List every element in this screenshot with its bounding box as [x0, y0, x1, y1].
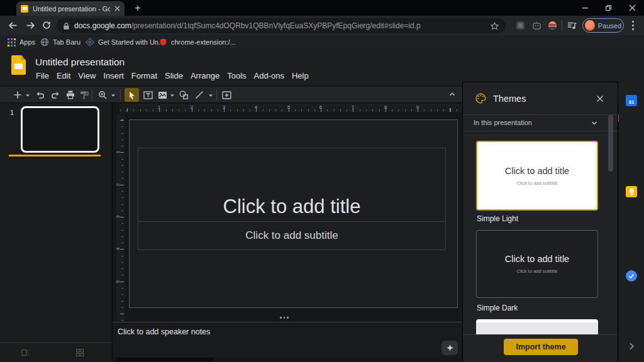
- insert-shape-icon[interactable]: [179, 90, 189, 101]
- apps-grid-icon: [8, 38, 16, 47]
- tab-close-icon[interactable]: [114, 6, 120, 11]
- ruler-tick-label: 6: [319, 104, 322, 110]
- menu-view[interactable]: View: [74, 70, 99, 81]
- extension-robot-icon[interactable]: [532, 21, 541, 30]
- menu-file[interactable]: File: [32, 70, 53, 81]
- ruler-tick-label: 8: [384, 104, 387, 110]
- zoom-icon[interactable]: [97, 90, 108, 100]
- profile-paused-button[interactable]: Paused: [582, 18, 624, 33]
- ruler-tick-label: 4: [115, 248, 121, 250]
- themes-close-icon[interactable]: [596, 95, 604, 102]
- collapse-toolbar-icon[interactable]: [448, 90, 457, 99]
- ruler-tick-label: 5: [287, 104, 290, 110]
- paint-format-icon[interactable]: [79, 90, 89, 100]
- bookmark-star-icon[interactable]: [490, 21, 499, 31]
- ruler-tick-label: 3: [223, 104, 225, 110]
- new-slide-icon[interactable]: [13, 90, 23, 100]
- insert-placeholder-icon[interactable]: [221, 90, 232, 101]
- horizontal-scrollbar[interactable]: [116, 358, 214, 361]
- menu-insert[interactable]: Insert: [99, 70, 128, 81]
- new-slide-dropdown-icon[interactable]: [25, 93, 30, 98]
- browser-tab[interactable]: Untitled presentation - Google Sl: [16, 1, 125, 16]
- theme-simple-dark[interactable]: Click to add title Click to add subtitle: [476, 230, 598, 298]
- back-icon[interactable]: [8, 20, 19, 31]
- theme-simple-light[interactable]: Click to add title Click to add subtitle: [476, 141, 598, 211]
- window-close-button[interactable]: [623, 3, 641, 13]
- slide-number: 1: [10, 109, 14, 116]
- reload-icon[interactable]: [42, 20, 53, 31]
- bookmark-get-started[interactable]: Get Started with Un...: [86, 37, 164, 47]
- ruler-tick-label: 2: [191, 104, 193, 110]
- cursor-icon: [127, 90, 136, 100]
- themes-panel: Themes In this presentation Click to add…: [462, 82, 618, 362]
- slide-canvas-area: 1 2 3 4 5 6 7 8 9 1 2 3 4 5 Click to add…: [113, 103, 462, 362]
- menu-tools[interactable]: Tools: [223, 70, 250, 81]
- insert-line-icon[interactable]: [194, 90, 204, 100]
- subtitle-placeholder[interactable]: Click to add subtitle: [138, 221, 446, 250]
- print-icon[interactable]: [65, 90, 75, 100]
- palette-icon: [475, 92, 487, 104]
- extension-icon[interactable]: [516, 21, 525, 30]
- slide-thumbnail[interactable]: [21, 106, 99, 153]
- bookmark-tab-baru[interactable]: Tab Baru: [40, 37, 80, 47]
- browser-menu-icon[interactable]: [632, 21, 635, 32]
- theme-thumb-subtitle: Click to add subtitle: [516, 268, 557, 274]
- text-box-icon[interactable]: [143, 90, 153, 101]
- themes-panel-title: Themes: [493, 94, 526, 104]
- notes-resize-handle[interactable]: [280, 317, 289, 319]
- bookmark-apps[interactable]: Apps: [8, 37, 35, 47]
- ruler-tick-label: 4: [255, 104, 257, 110]
- zoom-dropdown-icon[interactable]: [111, 93, 116, 98]
- menu-edit[interactable]: Edit: [53, 70, 74, 81]
- window-minimize-button[interactable]: [575, 3, 594, 13]
- theme-partial-thumbnail[interactable]: [476, 319, 598, 335]
- new-tab-button[interactable]: +: [131, 1, 145, 15]
- address-bar[interactable]: docs.google.com/presentation/d/1tqfSumc4…: [57, 18, 506, 33]
- paused-label: Paused: [598, 22, 621, 30]
- ruler-tick-label: 5: [115, 280, 121, 283]
- browser-titlebar: Untitled presentation - Google Sl +: [0, 0, 644, 16]
- menu-help[interactable]: Help: [288, 70, 313, 81]
- line-dropdown-icon[interactable]: [208, 93, 213, 98]
- slides-favicon-icon: [21, 5, 28, 13]
- extension-avatar-icon[interactable]: [548, 21, 557, 30]
- explore-button[interactable]: [441, 341, 458, 355]
- select-tool-button[interactable]: [125, 88, 139, 102]
- menu-arrange[interactable]: Arrange: [187, 70, 223, 81]
- theme-thumb-title: Click to add title: [505, 166, 569, 176]
- insert-image-icon[interactable]: [157, 90, 168, 101]
- toolbar-divider: [562, 20, 562, 31]
- menu-addons[interactable]: Add-ons: [250, 70, 288, 81]
- slide-editor[interactable]: Click to add title Click to add subtitle: [129, 119, 458, 308]
- redo-icon[interactable]: [50, 90, 60, 100]
- tasks-icon[interactable]: [626, 270, 637, 282]
- speaker-notes[interactable]: Click to add speaker notes: [113, 322, 462, 357]
- menu-slide[interactable]: Slide: [161, 70, 187, 81]
- import-theme-button[interactable]: Import theme: [504, 339, 578, 355]
- media-controls-icon[interactable]: [567, 20, 577, 31]
- thumbnail-selection-line: [9, 155, 101, 156]
- document-title[interactable]: Untitled presentation: [35, 57, 125, 68]
- keep-icon[interactable]: [626, 186, 637, 197]
- undo-icon[interactable]: [35, 90, 45, 100]
- themes-filter-row[interactable]: In this presentation: [463, 115, 618, 131]
- title-placeholder[interactable]: Click to add title: [138, 148, 446, 222]
- filmstrip-view-icon[interactable]: [21, 348, 30, 357]
- image-dropdown-icon[interactable]: [170, 93, 175, 98]
- shield-icon: [159, 38, 167, 47]
- window-restore-button[interactable]: [599, 3, 618, 13]
- menu-format[interactable]: Format: [128, 70, 161, 81]
- url-host: docs.google.com: [74, 21, 131, 30]
- themes-scrollbar[interactable]: [608, 115, 613, 172]
- ruler-tick-label: 9: [416, 104, 419, 110]
- grid-view-icon[interactable]: [75, 348, 84, 357]
- theme-name-simple-dark: Simple Dark: [477, 304, 518, 312]
- calendar-icon[interactable]: 31: [626, 95, 637, 106]
- bookmark-extension[interactable]: chrome-extension:/...: [159, 37, 236, 47]
- hide-side-panel-icon[interactable]: [628, 343, 635, 350]
- forward-icon[interactable]: [25, 20, 36, 31]
- app-header: Untitled presentation File Edit View Ins…: [0, 49, 644, 86]
- horizontal-ruler: 1 2 3 4 5 6 7 8 9: [119, 104, 462, 112]
- slides-logo-icon[interactable]: [11, 55, 26, 75]
- ruler-tick-label: 1: [115, 151, 121, 153]
